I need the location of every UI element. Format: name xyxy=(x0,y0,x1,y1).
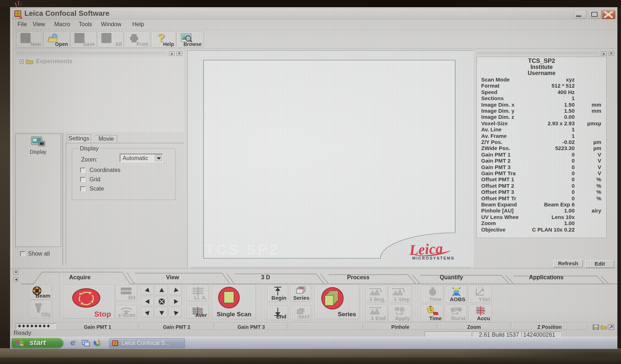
svg-text:λ: λ xyxy=(380,289,382,293)
svg-text:λ: λ xyxy=(403,289,405,293)
